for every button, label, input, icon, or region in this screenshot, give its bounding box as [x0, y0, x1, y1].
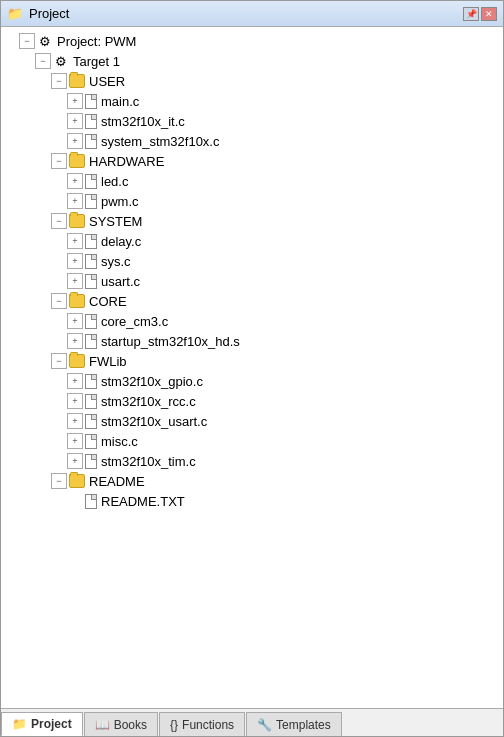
close-button[interactable]: ✕ — [481, 7, 497, 21]
expand-core-cm3[interactable]: + — [67, 313, 83, 329]
project-window: 📁 Project 📌 ✕ − ⚙ Project: PWM − — [0, 0, 504, 737]
tree-node-hardware: − HARDWARE + led.c + pwm.c — [1, 151, 503, 211]
tree-row-target[interactable]: − ⚙ Target 1 — [1, 51, 503, 71]
file-readme-txt-icon — [85, 494, 97, 509]
folder-core-icon — [69, 294, 85, 308]
tab-templates[interactable]: 🔧 Templates — [246, 712, 342, 736]
expand-readme[interactable]: − — [51, 473, 67, 489]
expand-pwm-c[interactable]: + — [67, 193, 83, 209]
tree-row-readme-txt[interactable]: README.TXT — [1, 491, 503, 511]
hardware-label: HARDWARE — [89, 154, 164, 169]
folder-system-icon — [69, 214, 85, 228]
expand-target[interactable]: − — [35, 53, 51, 69]
tree-row-fwlib[interactable]: − FWLib — [1, 351, 503, 371]
tree-row-project[interactable]: − ⚙ Project: PWM — [1, 31, 503, 51]
file-delay-c-icon — [85, 234, 97, 249]
core-cm3-label: core_cm3.c — [101, 314, 168, 329]
expand-system-stm32f10x[interactable]: + — [67, 133, 83, 149]
sys-c-label: sys.c — [101, 254, 131, 269]
folder-hardware-icon — [69, 154, 85, 168]
folder-user-icon — [69, 74, 85, 88]
expand-misc-c[interactable]: + — [67, 433, 83, 449]
expand-delay-c[interactable]: + — [67, 233, 83, 249]
title-buttons: 📌 ✕ — [463, 7, 497, 21]
tab-functions[interactable]: {} Functions — [159, 712, 245, 736]
pin-button[interactable]: 📌 — [463, 7, 479, 21]
expand-stm32f10x-usart[interactable]: + — [67, 413, 83, 429]
file-usart-c-icon — [85, 274, 97, 289]
expand-usart-c[interactable]: + — [67, 273, 83, 289]
expand-sys-c[interactable]: + — [67, 253, 83, 269]
tree-row-stm32f10x-gpio[interactable]: + stm32f10x_gpio.c — [1, 371, 503, 391]
expand-hardware[interactable]: − — [51, 153, 67, 169]
startup-label: startup_stm32f10x_hd.s — [101, 334, 240, 349]
expand-stm32f10x-gpio[interactable]: + — [67, 373, 83, 389]
tree-row-stm32f10x-usart[interactable]: + stm32f10x_usart.c — [1, 411, 503, 431]
target-label: Target 1 — [73, 54, 120, 69]
tree-row-stm32f10x-rcc[interactable]: + stm32f10x_rcc.c — [1, 391, 503, 411]
file-sys-c-icon — [85, 254, 97, 269]
expand-project[interactable]: − — [19, 33, 35, 49]
tree-row-readme[interactable]: − README — [1, 471, 503, 491]
file-stm32f10x-tim-icon — [85, 454, 97, 469]
expand-stm32f10x-tim[interactable]: + — [67, 453, 83, 469]
delay-c-label: delay.c — [101, 234, 141, 249]
readme-label: README — [89, 474, 145, 489]
readme-txt-label: README.TXT — [101, 494, 185, 509]
project-icon: ⚙ — [37, 33, 53, 49]
file-stm32f10x-gpio-icon — [85, 374, 97, 389]
expand-startup[interactable]: + — [67, 333, 83, 349]
tab-templates-label: Templates — [276, 718, 331, 732]
expand-user[interactable]: − — [51, 73, 67, 89]
tab-functions-label: Functions — [182, 718, 234, 732]
tree-node-fwlib: − FWLib + stm32f10x_gpio.c + st — [1, 351, 503, 471]
bottom-tabs: 📁 Project 📖 Books {} Functions 🔧 Templat… — [1, 708, 503, 736]
tree-row-system-stm32f10x[interactable]: + system_stm32f10x.c — [1, 131, 503, 151]
title-icon: 📁 — [7, 6, 23, 21]
tree-row-user[interactable]: − USER — [1, 71, 503, 91]
tree-row-delay-c[interactable]: + delay.c — [1, 231, 503, 251]
tree-row-usart-c[interactable]: + usart.c — [1, 271, 503, 291]
tab-project[interactable]: 📁 Project — [1, 712, 83, 736]
file-main-c-icon — [85, 94, 97, 109]
tree-node-user: − USER + main.c + stm32f10x_it. — [1, 71, 503, 151]
misc-c-label: misc.c — [101, 434, 138, 449]
expand-led-c[interactable]: + — [67, 173, 83, 189]
usart-c-label: usart.c — [101, 274, 140, 289]
tree-row-core-cm3[interactable]: + core_cm3.c — [1, 311, 503, 331]
tab-functions-icon: {} — [170, 718, 178, 732]
tree-row-sys-c[interactable]: + sys.c — [1, 251, 503, 271]
tab-project-label: Project — [31, 717, 72, 731]
tree-row-stm32f10x-tim[interactable]: + stm32f10x_tim.c — [1, 451, 503, 471]
core-label: CORE — [89, 294, 127, 309]
tree-row-stm32f10x-it[interactable]: + stm32f10x_it.c — [1, 111, 503, 131]
tree-row-hardware[interactable]: − HARDWARE — [1, 151, 503, 171]
expand-stm32f10x-it[interactable]: + — [67, 113, 83, 129]
tree-container[interactable]: − ⚙ Project: PWM − ⚙ Target 1 − — [1, 27, 503, 708]
expand-stm32f10x-rcc[interactable]: + — [67, 393, 83, 409]
tree-node-target: − ⚙ Target 1 − USER + — [1, 51, 503, 511]
tree-row-led-c[interactable]: + led.c — [1, 171, 503, 191]
tab-books-icon: 📖 — [95, 718, 110, 732]
stm32f10x-it-label: stm32f10x_it.c — [101, 114, 185, 129]
tree-row-core[interactable]: − CORE — [1, 291, 503, 311]
tree-row-startup[interactable]: + startup_stm32f10x_hd.s — [1, 331, 503, 351]
expand-core[interactable]: − — [51, 293, 67, 309]
expand-main-c[interactable]: + — [67, 93, 83, 109]
tree-row-main-c[interactable]: + main.c — [1, 91, 503, 111]
tree-node-project: − ⚙ Project: PWM − ⚙ Target 1 − — [1, 31, 503, 511]
tree-row-system[interactable]: − SYSTEM — [1, 211, 503, 231]
tree-row-misc-c[interactable]: + misc.c — [1, 431, 503, 451]
tree-row-pwm-c[interactable]: + pwm.c — [1, 191, 503, 211]
file-stm32f10x-usart-icon — [85, 414, 97, 429]
window-title: Project — [29, 6, 69, 21]
file-stm32f10x-it-icon — [85, 114, 97, 129]
file-misc-c-icon — [85, 434, 97, 449]
tab-books[interactable]: 📖 Books — [84, 712, 158, 736]
stm32f10x-tim-label: stm32f10x_tim.c — [101, 454, 196, 469]
expand-fwlib[interactable]: − — [51, 353, 67, 369]
system-stm32f10x-label: system_stm32f10x.c — [101, 134, 220, 149]
file-led-c-icon — [85, 174, 97, 189]
expand-system[interactable]: − — [51, 213, 67, 229]
system-label: SYSTEM — [89, 214, 142, 229]
